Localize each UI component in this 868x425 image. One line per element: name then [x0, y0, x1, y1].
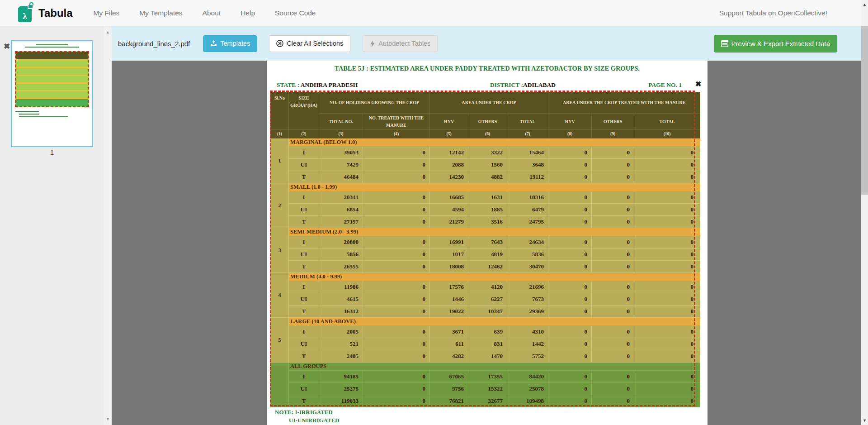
scrollbar-thumb[interactable]	[861, 26, 868, 195]
table-selection-overlay[interactable]	[270, 91, 695, 406]
page-no-label: PAGE NO. 1	[648, 81, 682, 89]
note-line: UI-UNIRRIGATED	[275, 416, 340, 425]
templates-button[interactable]: Templates	[203, 35, 257, 52]
navbar: λ Tabula My Files My Templates About Hel…	[0, 0, 868, 26]
pdf-table-title: TABLE 5J : ESTIMATED AREA UNDER PADDY TR…	[267, 65, 708, 72]
templates-tray-icon	[210, 40, 217, 47]
table-list-icon	[721, 40, 728, 47]
brand-title: Tabula	[38, 7, 73, 19]
lock-icon	[28, 4, 33, 9]
state-label: STATE :	[277, 81, 299, 88]
lightning-icon	[370, 40, 375, 47]
remove-page-icon[interactable]: ✖	[4, 43, 10, 50]
sidebar-scrollbar[interactable]: ▲ ▼	[104, 26, 112, 425]
district-value: ADILABAD	[523, 81, 556, 88]
pdf-viewer: TABLE 5J : ESTIMATED AREA UNDER PADDY TR…	[112, 61, 861, 425]
nav-menu: My Files My Templates About Help Source …	[94, 9, 316, 17]
clear-all-selections-button[interactable]: Clear All Selections	[269, 35, 350, 52]
thumb-title-line	[36, 44, 68, 45]
state-value: ANDHRA PRADESH	[301, 81, 358, 88]
scroll-down-icon[interactable]: ▼	[861, 418, 868, 423]
autodetect-button-label: Autodetect Tables	[378, 40, 430, 47]
main-scrollbar[interactable]: ▲ ▼	[861, 0, 868, 425]
thumbnail-page-number: 1	[11, 148, 93, 156]
support-link[interactable]: Support Tabula on OpenCollective!	[719, 9, 827, 17]
export-button-label: Preview & Export Extracted Data	[731, 40, 830, 48]
autodetect-tables-button: Autodetect Tables	[363, 35, 438, 52]
nav-item-help[interactable]: Help	[241, 9, 255, 17]
templates-button-label: Templates	[220, 40, 250, 47]
clear-button-label: Clear All Selections	[287, 40, 343, 47]
document-filename: background_lines_2.pdf	[118, 40, 190, 48]
pdf-page[interactable]: TABLE 5J : ESTIMATED AREA UNDER PADDY TR…	[267, 61, 708, 425]
note-line: NOTE: I-IRRIGATED	[275, 408, 340, 416]
thumb-table-selection	[15, 51, 89, 107]
toolbar: background_lines_2.pdf Templates Clear A…	[112, 26, 861, 61]
preview-export-button[interactable]: Preview & Export Extracted Data	[714, 35, 837, 53]
thumb-title-line	[25, 47, 79, 48]
pdf-info-row: STATE : ANDHRA PRADESH DISTRICT :ADILABA…	[267, 81, 708, 89]
nav-item-source-code[interactable]: Source Code	[275, 9, 316, 17]
district-label: DISTRICT :	[490, 81, 523, 88]
thumb-note-line	[19, 116, 68, 117]
scroll-up-icon[interactable]: ▲	[106, 30, 110, 34]
selection-close-icon[interactable]: ✖	[695, 81, 701, 88]
clear-circle-x-icon	[276, 40, 283, 47]
scroll-up-icon[interactable]: ▲	[861, 2, 868, 7]
page-thumbnail[interactable]	[11, 40, 93, 147]
pdf-notes: NOTE: I-IRRIGATED UI-UNIRRIGATED	[275, 408, 340, 425]
scroll-down-icon[interactable]: ▼	[106, 417, 110, 421]
page-sidebar: ✖ 1 ▲ ▼	[0, 26, 112, 425]
nav-item-my-templates[interactable]: My Templates	[139, 9, 182, 17]
nav-item-about[interactable]: About	[203, 9, 221, 17]
nav-item-my-files[interactable]: My Files	[94, 9, 120, 17]
thumb-note-line	[15, 111, 39, 112]
tabula-logo-icon: λ	[18, 4, 33, 22]
thumb-note-line	[19, 114, 39, 115]
